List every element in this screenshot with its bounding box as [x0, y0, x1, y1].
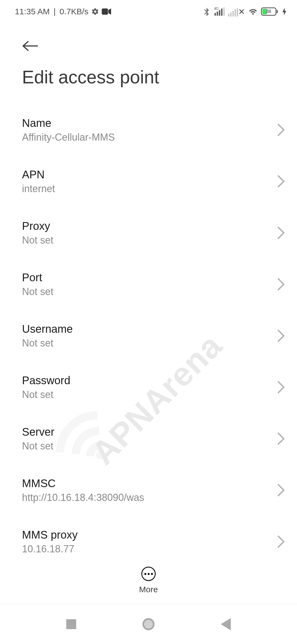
battery-indicator: 38: [261, 7, 278, 16]
row-server[interactable]: Server Not set: [22, 413, 285, 464]
row-username[interactable]: Username Not set: [22, 310, 285, 361]
row-label: Password: [22, 373, 272, 387]
row-port[interactable]: Port Not set: [22, 258, 285, 310]
row-value: Affinity-Cellular-MMS: [22, 131, 272, 143]
apn-settings-list: Name Affinity-Cellular-MMS APN internet …: [0, 88, 297, 555]
row-value: Not set: [22, 440, 272, 452]
back-button[interactable]: [22, 40, 38, 51]
row-apn[interactable]: APN internet: [22, 155, 285, 207]
nav-back-button[interactable]: [221, 618, 231, 630]
status-separator: |: [54, 7, 56, 16]
chevron-right-icon: [277, 329, 285, 342]
chevron-right-icon: [277, 535, 285, 548]
row-label: Username: [22, 322, 272, 336]
chevron-right-icon: [277, 278, 285, 291]
more-label: More: [139, 585, 158, 594]
svg-rect-0: [102, 9, 108, 15]
app-header: Edit access point: [0, 20, 297, 88]
row-value: Not set: [22, 337, 272, 349]
signal-sim2: ✕: [228, 7, 245, 17]
no-signal-icon: ✕: [238, 7, 245, 17]
page-title: Edit access point: [22, 67, 282, 88]
camera-icon: [102, 8, 111, 15]
wifi-icon: [248, 7, 258, 16]
row-label: APN: [22, 168, 272, 181]
status-net-speed: 0.7KB/s: [60, 7, 89, 16]
bottom-action-bar: More: [0, 557, 297, 604]
row-value: Not set: [22, 388, 272, 401]
row-proxy[interactable]: Proxy Not set: [22, 207, 285, 258]
settings-icon: [91, 8, 99, 15]
bluetooth-icon: [202, 7, 211, 16]
row-label: Name: [22, 116, 272, 130]
chevron-right-icon: [277, 124, 285, 136]
signal-sim1: 4G: [215, 7, 225, 16]
row-password[interactable]: Password Not set: [22, 361, 285, 413]
more-button[interactable]: [141, 567, 156, 581]
chevron-right-icon: [277, 175, 285, 188]
row-value: internet: [22, 182, 272, 195]
row-label: Proxy: [22, 219, 272, 233]
chevron-right-icon: [277, 432, 285, 445]
charging-icon: [282, 8, 287, 15]
row-mmsc[interactable]: MMSC http://10.16.18.4:38090/was: [22, 464, 285, 516]
system-nav-bar: [0, 604, 297, 644]
nav-home-button[interactable]: [142, 618, 155, 630]
chevron-right-icon: [277, 227, 285, 239]
row-label: MMSC: [22, 476, 272, 490]
row-value: http://10.16.18.4:38090/was: [22, 491, 272, 504]
nav-recent-button[interactable]: [66, 619, 76, 629]
battery-percent: 38: [266, 9, 271, 14]
row-label: Port: [22, 271, 272, 284]
row-value: Not set: [22, 285, 272, 298]
row-label: Server: [22, 425, 272, 439]
chevron-right-icon: [277, 381, 285, 394]
row-label: MMS proxy: [22, 528, 272, 542]
row-name[interactable]: Name Affinity-Cellular-MMS: [22, 104, 285, 155]
status-bar: 11:35 AM | 0.7KB/s 4G ✕ 38: [0, 0, 297, 20]
status-time: 11:35 AM: [15, 7, 50, 16]
chevron-right-icon: [277, 484, 285, 496]
row-value: Not set: [22, 234, 272, 246]
mobile-data-label: 4G: [214, 6, 219, 11]
row-value: 10.16.18.77: [22, 543, 272, 555]
row-mms-proxy[interactable]: MMS proxy 10.16.18.77: [22, 516, 285, 555]
